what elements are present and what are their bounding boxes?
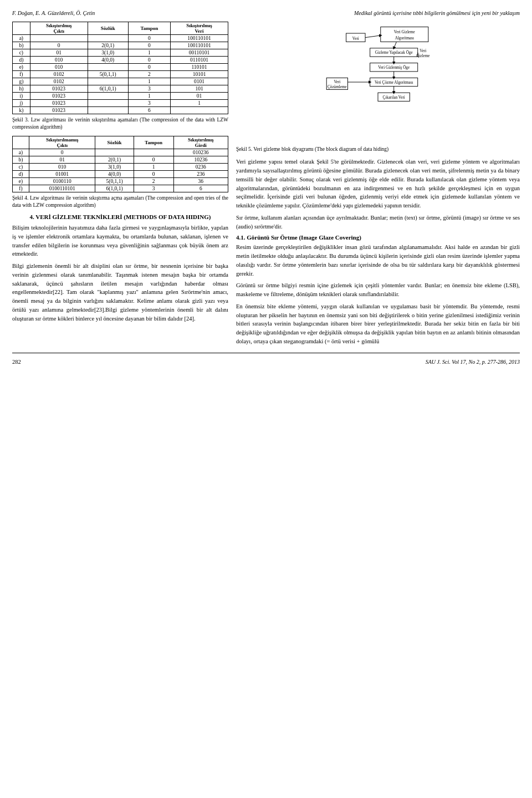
table-row: f)01001101016(1,0,1)36 — [13, 185, 228, 192]
header-right: Medikal görüntü içerisine tıbbi bilgiler… — [354, 10, 520, 16]
figure4-caption: Şekil 4. Lzw algoritması ile verinin sık… — [12, 195, 228, 210]
right-intro-para1: Veri gizleme yapısı temel olarak Şekil 5… — [236, 157, 520, 210]
section41-para3: En önemsiz bite ekleme yöntemi, yaygın o… — [236, 302, 520, 346]
table-row: d)0104(0,0)00110101 — [13, 57, 228, 64]
figure5-container: Veri Gizleme Algoritması Veri Gizleme Ya… — [236, 22, 520, 144]
section4-para2: Bilgi gizlemenin önemli bir alt disiplin… — [12, 262, 228, 323]
svg-text:Algoritması: Algoritması — [395, 36, 414, 40]
table-row: a)0010236 — [13, 149, 228, 156]
section41-heading: 4.1. Görüntü Sır Örtme (Image Glaze Cove… — [236, 234, 520, 241]
figure5-caption: Şekil 5. Veri gizleme blok diyagramı (Th… — [236, 146, 520, 153]
table-row: b)02(0,1)0100110101 — [13, 42, 228, 49]
fig3-header-col4: SıkıştırılmışVeri — [171, 22, 228, 35]
table-row: j)0102331 — [13, 100, 228, 107]
table-row: f)01025(0,1,1)210101 — [13, 71, 228, 78]
fig4-header-col1: SıkıştırılmamışÇıktı — [29, 136, 95, 149]
figure4-table: SıkıştırılmamışÇıktı Sözlük Tampon Sıkış… — [12, 136, 228, 192]
table-row: c)0103(1,0)10236 — [13, 163, 228, 170]
svg-text:Veri: Veri — [420, 49, 426, 53]
header-left: F. Doğan, E. A. Güzeldereli, Ö. Çetin — [12, 10, 95, 16]
figure3-caption: Şekil 3. Lzw algoritması ile verinin sık… — [12, 116, 228, 131]
table-row: d)010014(0,0)0236 — [13, 170, 228, 177]
page-divider — [12, 353, 520, 353]
fig4-header-col2: Sözlük — [95, 136, 134, 149]
svg-text:Veri Çözme Algoritması: Veri Çözme Algoritması — [375, 80, 413, 85]
section4-heading: 4. VERİ GİZLEME TEKNİKLERİ (METHODS OF D… — [12, 214, 228, 220]
right-intro-para2: Sır örtme, kullanım alanları açısından ü… — [236, 214, 520, 231]
page-number: 282 — [12, 359, 21, 365]
svg-text:Veri: Veri — [334, 80, 340, 84]
journal-reference: SAU J. Sci. Vol 17, No 2, p. 277-286, 20… — [426, 359, 520, 365]
svg-text:Çıkarılan Veri: Çıkarılan Veri — [383, 95, 405, 100]
table-row: b)012(0,1)010236 — [13, 156, 228, 163]
section4-para1: Bilişim teknolojilerinin hayatımıza daha… — [12, 223, 228, 258]
table-row: k)010236 — [13, 107, 228, 114]
table-row: i)01023101 — [13, 93, 228, 100]
svg-text:Gizleme Yapılacak Öge: Gizleme Yapılacak Öge — [375, 50, 413, 55]
fig3-header-col3: Tampon — [128, 22, 170, 35]
svg-text:Çözümleme: Çözümleme — [328, 85, 347, 89]
table-row: e)01001105(0,1,1)236 — [13, 177, 228, 185]
table-row: h)010236(1,0,1)3101 — [13, 85, 228, 93]
svg-text:Veri Gizleme: Veri Gizleme — [394, 30, 415, 34]
section41-para1: Resim üzerinde gerçekleştirilen değişikl… — [236, 243, 520, 278]
figure3-table: SıkıştırılmışÇıktı Sözlük Tampon Sıkıştı… — [12, 22, 228, 114]
svg-line-8 — [394, 42, 397, 48]
svg-line-5 — [365, 35, 381, 38]
table-row: c)013(1,0)100110101 — [13, 49, 228, 57]
table-row: e)0100110101 — [13, 64, 228, 71]
table-row: a)0100110101 — [13, 35, 228, 42]
section41-para2: Görüntü sır örtme bilgiyi resmin içine g… — [236, 281, 520, 299]
table-row: g)010210101 — [13, 78, 228, 85]
svg-text:Veri Gizlenmiş Öge: Veri Gizlenmiş Öge — [378, 65, 410, 70]
svg-text:Veri: Veri — [352, 37, 359, 41]
fig3-header-col1: SıkıştırılmışÇıktı — [30, 22, 88, 35]
fig4-header-col4: SıkıştırılmışGirdi — [173, 136, 228, 149]
fig4-header-col3: Tampon — [134, 136, 173, 149]
fig3-header-col2: Sözlük — [88, 22, 128, 35]
figure5-svg: Veri Gizleme Algoritması Veri Gizleme Ya… — [317, 22, 439, 144]
